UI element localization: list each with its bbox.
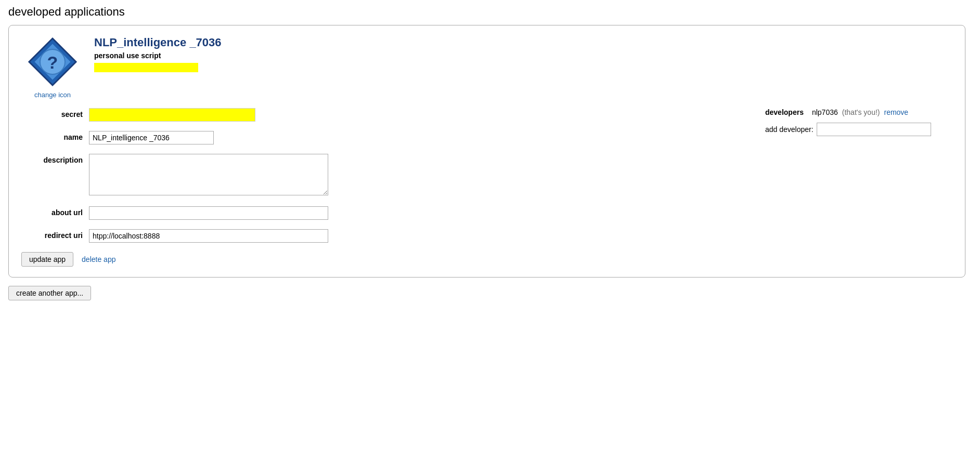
- description-control: [89, 154, 744, 197]
- redirect-uri-label: redirect uri: [21, 229, 89, 240]
- name-control: [89, 131, 744, 144]
- secret-label: secret: [21, 108, 89, 118]
- svg-text:?: ?: [47, 52, 58, 72]
- add-developer-row: add developer:: [765, 123, 952, 136]
- secret-control: [89, 108, 744, 122]
- app-name-display: NLP_intelligence _7036: [94, 36, 222, 49]
- add-developer-label: add developer:: [765, 125, 814, 134]
- remove-developer-link[interactable]: remove: [884, 108, 908, 116]
- form-right: developers nlp7036 (that's you!) remove …: [765, 108, 952, 267]
- add-developer-input[interactable]: [817, 123, 931, 136]
- delete-app-link[interactable]: delete app: [82, 255, 115, 263]
- developer-name: nlp7036: [812, 108, 838, 116]
- about-url-input[interactable]: [89, 206, 328, 220]
- developer-you-label: (that's you!): [842, 108, 880, 116]
- form-left: secret name description: [21, 108, 744, 267]
- create-another-app-button[interactable]: create another app...: [8, 286, 91, 300]
- name-label: name: [21, 131, 89, 141]
- actions-row: update app delete app: [21, 252, 744, 267]
- redirect-uri-control: [89, 229, 744, 243]
- form-body: secret name description: [21, 108, 952, 267]
- app-title-area: NLP_intelligence _7036 personal use scri…: [94, 36, 222, 72]
- change-icon-link[interactable]: change icon: [34, 91, 71, 99]
- about-url-row: about url: [21, 206, 744, 220]
- developers-row: developers nlp7036 (that's you!) remove: [765, 108, 952, 116]
- description-row: description: [21, 154, 744, 197]
- name-input[interactable]: [89, 131, 214, 144]
- app-icon-area: ? change icon: [21, 36, 84, 99]
- redirect-uri-row: redirect uri: [21, 229, 744, 243]
- app-name-highlight-bar: [94, 63, 198, 72]
- about-url-control: [89, 206, 744, 220]
- redirect-uri-input[interactable]: [89, 229, 328, 243]
- app-header: ? change icon NLP_intelligence _7036 per…: [21, 36, 952, 99]
- description-label: description: [21, 154, 89, 164]
- app-card: ? change icon NLP_intelligence _7036 per…: [8, 25, 965, 278]
- about-url-label: about url: [21, 206, 89, 217]
- name-row: name: [21, 131, 744, 144]
- app-type-display: personal use script: [94, 51, 222, 60]
- page-title: developed applications: [8, 5, 972, 19]
- description-textarea[interactable]: [89, 154, 328, 195]
- update-app-button[interactable]: update app: [21, 252, 73, 267]
- secret-row: secret: [21, 108, 744, 122]
- secret-value-highlight: [89, 108, 255, 122]
- developers-section: developers nlp7036 (that's you!) remove …: [765, 108, 952, 136]
- developers-label: developers: [765, 108, 804, 116]
- question-mark-diamond-icon: ?: [27, 36, 79, 88]
